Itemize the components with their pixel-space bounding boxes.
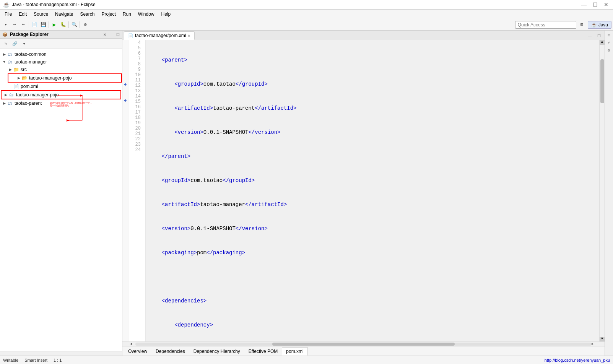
- code-line-14: <dependencies>: [149, 297, 596, 305]
- scroll-thumb[interactable]: [600, 59, 604, 103]
- marker-14: [122, 120, 128, 128]
- open-perspective-button[interactable]: ⊞: [578, 21, 586, 29]
- tab-overview[interactable]: Overview: [124, 347, 151, 356]
- code-content-area[interactable]: <parent> <groupId>com.taotao</groupId> <…: [146, 40, 599, 341]
- toolbar-btn-3[interactable]: ↪: [19, 21, 28, 29]
- toolbar: ▾ ↩ ↪ 📄 💾 ▶ 🐛 🔍 ⚙ ⊞ ☕ Java: [0, 19, 613, 31]
- menu-run[interactable]: Run: [120, 10, 134, 18]
- app-container: ☕ Java - taotao-manager/pom.xml - Eclips…: [0, 0, 613, 364]
- linenum-6: 6: [132, 51, 142, 56]
- editor-tab-controls: — ☐: [585, 31, 603, 40]
- menu-file[interactable]: File: [2, 10, 15, 18]
- editor-maximize-btn[interactable]: ☐: [595, 31, 603, 40]
- package-explorer-panel: 📦 Package Explorer ✕ — ☐ ⤷ 🔗 ▾ ▶ 🗂 taota…: [0, 31, 122, 356]
- pojo-ref-icon: 📂: [21, 75, 28, 81]
- package-explorer-title: Package Explorer: [10, 32, 102, 37]
- scroll-down-btn[interactable]: ▼: [600, 337, 605, 341]
- toolbar-btn-5[interactable]: ⚙: [81, 21, 89, 29]
- toolbar-btn-2[interactable]: ↩: [10, 21, 19, 29]
- linenum-12: 12: [132, 83, 142, 88]
- pe-horizontal-scrollbar[interactable]: [0, 351, 122, 356]
- tab-close-btn[interactable]: ✕: [187, 34, 190, 38]
- tab-dependency-hierarchy[interactable]: Dependency Hierarchy: [189, 347, 244, 356]
- close-button[interactable]: ✕: [602, 2, 610, 8]
- editor-vertical-scrollbar[interactable]: ▲ ▼: [599, 40, 605, 341]
- toolbar-btn-new[interactable]: 📄: [30, 21, 39, 29]
- right-btn-2[interactable]: ⚡: [606, 40, 612, 46]
- linenum-8: 8: [132, 62, 142, 67]
- quick-access-input[interactable]: [515, 21, 576, 29]
- menu-source[interactable]: Source: [31, 10, 51, 18]
- tree-label-src: src: [21, 67, 27, 72]
- tab-xml-icon: 📄: [128, 33, 133, 38]
- right-btn-1[interactable]: ⊞: [606, 32, 612, 38]
- pe-maximize-icon[interactable]: ☐: [116, 32, 120, 37]
- right-btn-3[interactable]: ⚙: [606, 47, 612, 54]
- editor-horizontal-scrollbar[interactable]: ◀ ▶: [122, 341, 605, 346]
- tab-effective-pom[interactable]: Effective POM: [244, 347, 282, 356]
- tree-item-pojo-project[interactable]: ▶ 🗂 taotao-manager-pojo: [1, 90, 121, 99]
- tab-pom-xml[interactable]: pom.xml: [282, 347, 307, 356]
- pe-link-btn[interactable]: 🔗: [11, 39, 19, 48]
- menu-help[interactable]: Help: [158, 10, 174, 18]
- editor-minimize-btn[interactable]: —: [585, 31, 594, 40]
- linenum-18: 18: [132, 115, 142, 120]
- pe-menu-btn[interactable]: ▾: [20, 39, 28, 48]
- linenum-10: 10: [132, 72, 142, 78]
- toolbar-separator-3: [68, 21, 69, 28]
- tree-item-src[interactable]: ▶ 📁 src: [0, 66, 122, 73]
- marker-4: [122, 40, 128, 48]
- tree-item-taotao-manager[interactable]: ▼ 🗂 taotao-manager: [0, 58, 122, 66]
- tree-item-pom-xml[interactable]: ▶ 📄 pom.xml: [0, 83, 122, 90]
- tree-item-pojo-ref[interactable]: ▶ 📂 taotao-manager-pojo: [8, 73, 122, 83]
- package-explorer-toolbar: ⤷ 🔗 ▾: [0, 39, 122, 49]
- code-line-9: <groupId>com.taotao</groupId>: [149, 177, 596, 185]
- linenum-11: 11: [132, 78, 142, 83]
- marker-23: [122, 193, 128, 201]
- toolbar-separator-2: [49, 21, 49, 28]
- scroll-track[interactable]: [600, 45, 605, 337]
- tab-dependencies[interactable]: Dependencies: [151, 347, 189, 356]
- tree-item-taotao-common[interactable]: ▶ 🗂 taotao-common: [0, 50, 122, 58]
- package-explorer-header: 📦 Package Explorer ✕ — ☐: [0, 31, 122, 39]
- linenum-19: 19: [132, 120, 142, 126]
- project-icon-pojo: 🗂: [8, 92, 15, 98]
- editor-column: 📄 taotao-manager/pom.xml ✕ — ☐: [122, 31, 605, 356]
- title-bar: ☕ Java - taotao-manager/pom.xml - Eclips…: [0, 0, 613, 10]
- toolbar-btn-save[interactable]: 💾: [39, 21, 47, 29]
- marker-18: [122, 153, 128, 161]
- scroll-left-btn[interactable]: ◀: [130, 342, 135, 346]
- marker-21: [122, 177, 128, 185]
- java-perspective-button[interactable]: ☕ Java: [588, 21, 611, 29]
- linenum-7: 7: [132, 56, 142, 62]
- quick-access-area: ⊞ ☕ Java: [515, 21, 611, 29]
- scroll-up-btn[interactable]: ▲: [600, 40, 605, 45]
- minimize-button[interactable]: —: [580, 2, 588, 8]
- linenum-13: 13: [132, 88, 142, 94]
- toolbar-btn-debug[interactable]: 🐛: [59, 21, 67, 29]
- menu-edit[interactable]: Edit: [16, 10, 30, 18]
- toolbar-btn-search[interactable]: 🔍: [70, 21, 78, 29]
- maximize-button[interactable]: ☐: [591, 2, 599, 8]
- perspective-label: Java: [598, 22, 608, 28]
- project-icon-manager: 🗂: [7, 59, 13, 65]
- code-line-12: <packaging>pom</packaging>: [149, 249, 596, 257]
- menu-project[interactable]: Project: [98, 10, 119, 18]
- menu-search[interactable]: Search: [77, 10, 98, 18]
- menu-window[interactable]: Window: [135, 10, 158, 18]
- h-scroll-track[interactable]: [135, 343, 592, 346]
- pe-minimize-icon[interactable]: —: [109, 32, 113, 37]
- toolbar-btn-1[interactable]: ▾: [2, 21, 10, 29]
- tree-item-taotao-parent[interactable]: ▶ 🗂 taotao-parent: [0, 99, 122, 107]
- h-scroll-thumb[interactable]: [272, 343, 455, 346]
- status-position: 1 : 1: [54, 358, 62, 362]
- scroll-right-btn[interactable]: ▶: [592, 342, 597, 346]
- line-number-column: 4 5 6 7 8 9 10 11 12 13 14 15 16: [128, 40, 146, 341]
- editor-tab-bar: 📄 taotao-manager/pom.xml ✕ — ☐: [122, 31, 605, 40]
- pe-close-icon[interactable]: ✕: [103, 32, 106, 37]
- menu-navigate[interactable]: Navigate: [52, 10, 76, 18]
- code-line-11: <version>0.0.1-SNAPSHOT</version>: [149, 225, 596, 233]
- editor-tab-pom[interactable]: 📄 taotao-manager/pom.xml ✕: [124, 31, 195, 40]
- pe-collapse-btn[interactable]: ⤷: [2, 39, 10, 48]
- toolbar-btn-run[interactable]: ▶: [50, 21, 59, 29]
